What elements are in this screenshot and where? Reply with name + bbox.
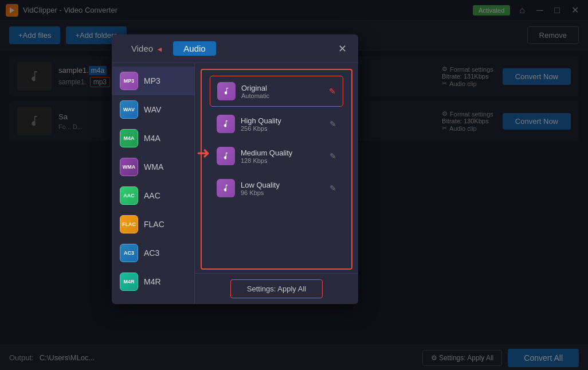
aac-icon: AAC	[120, 186, 138, 205]
quality-name-original: Original	[241, 84, 323, 92]
quality-detail-low: 96 Kbps	[241, 189, 324, 196]
modal-body: MP3 MP3 WAV WAV M4A M4A WMA WMA AAC AAC …	[112, 63, 358, 304]
format-label-flac: FLAC	[144, 220, 164, 229]
format-label-wma: WMA	[144, 162, 163, 172]
edit-icon-high[interactable]: ✎	[330, 119, 336, 128]
quality-item-high[interactable]: High Quality 256 Kbps ✎	[210, 109, 343, 139]
quality-panel: Original Automatic ✎ High Quality 256 Kb…	[202, 70, 351, 211]
format-item-wav[interactable]: WAV WAV	[112, 95, 194, 124]
edit-icon-medium[interactable]: ✎	[330, 151, 336, 161]
format-item-m4r[interactable]: M4R M4R	[112, 267, 194, 296]
format-item-m4a[interactable]: M4A M4A	[112, 124, 194, 153]
format-modal: Video ◄ Audio ✕ MP3 MP3 WAV WAV M4A M4A …	[112, 34, 358, 304]
format-label-m4r: M4R	[144, 277, 161, 286]
quality-item-medium[interactable]: Medium Quality 128 Kbps ✎	[210, 141, 343, 171]
format-item-mp3[interactable]: MP3 MP3	[112, 67, 194, 95]
quality-text-original: Original Automatic	[241, 84, 323, 99]
format-item-ac3[interactable]: AC3 AC3	[112, 239, 194, 267]
modal-close-button[interactable]: ✕	[335, 42, 349, 56]
format-item-wma[interactable]: WMA WMA	[112, 153, 194, 181]
mp3-icon: MP3	[120, 72, 138, 90]
quality-name-low: Low Quality	[241, 181, 324, 189]
quality-name-medium: Medium Quality	[241, 149, 324, 157]
ac3-icon: AC3	[120, 244, 138, 262]
quality-name-high: High Quality	[241, 116, 324, 125]
quality-item-original[interactable]: Original Automatic ✎	[210, 76, 343, 107]
wav-icon: WAV	[120, 100, 138, 119]
modal-footer: Settings: Apply All	[195, 273, 358, 304]
quality-icon-original	[217, 82, 236, 100]
quality-text-low: Low Quality 96 Kbps	[241, 181, 324, 196]
modal-settings-apply-button[interactable]: Settings: Apply All	[230, 279, 323, 298]
format-item-flac[interactable]: FLAC FLAC	[112, 210, 194, 239]
format-label-mp3: MP3	[144, 76, 160, 85]
quality-text-medium: Medium Quality 128 Kbps	[241, 149, 324, 164]
format-label-wav: WAV	[144, 105, 161, 114]
edit-icon-original[interactable]: ✎	[329, 87, 336, 96]
format-list: MP3 MP3 WAV WAV M4A M4A WMA WMA AAC AAC …	[112, 63, 195, 304]
quality-detail-original: Automatic	[241, 92, 323, 99]
tab-audio[interactable]: Audio	[173, 41, 215, 56]
format-label-aac: AAC	[144, 191, 160, 200]
format-item-aac[interactable]: AAC AAC	[112, 181, 194, 210]
quality-icon-high	[217, 115, 235, 133]
format-label-m4a: M4A	[144, 134, 160, 143]
edit-icon-low[interactable]: ✎	[330, 184, 336, 193]
tab-video[interactable]: Video ◄	[121, 41, 173, 56]
quality-icon-medium	[217, 147, 235, 165]
modal-header: Video ◄ Audio ✕	[112, 34, 358, 63]
quality-text-high: High Quality 256 Kbps	[241, 116, 324, 132]
quality-item-low[interactable]: Low Quality 96 Kbps ✎	[210, 173, 343, 203]
quality-detail-medium: 128 Kbps	[241, 157, 324, 164]
quality-detail-high: 256 Kbps	[241, 125, 324, 132]
video-arrow-icon: ◄	[154, 45, 163, 53]
quality-panel-border: Original Automatic ✎ High Quality 256 Kb…	[201, 69, 352, 270]
m4a-icon: M4A	[120, 129, 138, 147]
wma-icon: WMA	[120, 158, 138, 176]
format-label-ac3: AC3	[144, 248, 159, 258]
flac-icon: FLAC	[120, 215, 138, 233]
quality-icon-low	[217, 179, 235, 197]
m4r-icon: M4R	[120, 272, 138, 291]
